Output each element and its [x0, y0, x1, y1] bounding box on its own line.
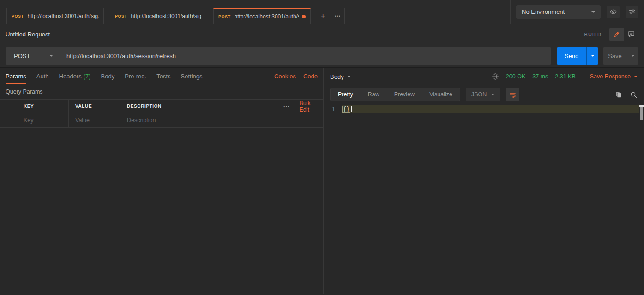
code-link[interactable]: Code	[303, 73, 318, 80]
line-number: 1	[324, 106, 342, 112]
params-menu-dots-icon[interactable]: •••	[283, 104, 290, 109]
tab-tests[interactable]: Tests	[156, 68, 170, 84]
sliders-icon	[628, 8, 636, 16]
request-panel: Params Auth Headers(7) Body Pre-req. Tes…	[0, 68, 324, 294]
response-tools	[614, 91, 638, 99]
environment-quick-look-button[interactable]	[607, 6, 620, 18]
environment-section: No Environment	[510, 0, 644, 24]
response-section-label: Body	[330, 73, 344, 80]
edit-mode-button[interactable]	[609, 28, 624, 41]
save-response-button[interactable]: Save Response	[590, 73, 638, 80]
new-tab-button[interactable]: +	[317, 8, 329, 24]
param-description-input[interactable]	[127, 117, 277, 124]
scrollbar-annotation	[639, 105, 644, 107]
header-bar: POST http://localhost:3001/auth/sig... P…	[0, 0, 644, 24]
view-tab-visualize[interactable]: Visualize	[422, 88, 460, 101]
search-icon	[630, 91, 638, 99]
response-language-selector[interactable]: JSON	[466, 88, 500, 101]
workspace-tabstrip: POST http://localhost:3001/auth/sig... P…	[0, 0, 510, 24]
request-title-row: Untitled Request BUILD	[0, 24, 644, 45]
tab-url-label: http://localhost:3001/auth/sig...	[28, 13, 99, 19]
method-selector[interactable]: POST	[6, 47, 60, 65]
comments-button[interactable]	[624, 28, 638, 41]
query-params-input-row	[0, 113, 323, 128]
tab-body[interactable]: Body	[101, 68, 115, 84]
chevron-down-icon	[591, 55, 595, 57]
scrollbar-thumb[interactable]	[640, 107, 643, 120]
params-header-actions: ••• Bulk Edit	[277, 100, 323, 113]
response-view-tabs: Pretty Raw Preview Visualize	[330, 88, 460, 101]
url-bar: POST	[6, 47, 551, 65]
title-row-actions: BUILD	[584, 28, 638, 41]
response-size: 2.31 KB	[555, 73, 575, 80]
tab-method-label: POST	[115, 14, 127, 18]
response-header: Body 200 OK 37 ms 2.31 KB Save Response	[324, 68, 644, 85]
row-handle-column	[0, 100, 17, 113]
save-options-button[interactable]	[627, 47, 638, 65]
row-handle-cell	[0, 113, 17, 127]
send-options-button[interactable]	[586, 47, 598, 65]
response-meta: 200 OK 37 ms 2.31 KB Save Response	[492, 73, 638, 80]
chevron-down-icon	[347, 76, 351, 77]
tab-method-label: POST	[12, 14, 24, 18]
param-key-input[interactable]	[24, 117, 68, 124]
save-split-button: Save	[603, 47, 638, 65]
url-input[interactable]	[60, 47, 551, 65]
send-split-button: Send	[557, 47, 598, 65]
editor-scrollbar[interactable]	[639, 105, 644, 295]
code-line: 1 {}	[324, 105, 644, 113]
tab-url-label: http://localhost:3001/auth/sig...	[131, 13, 202, 19]
chevron-down-icon	[49, 55, 53, 57]
search-response-button[interactable]	[630, 91, 638, 99]
request-tab-2[interactable]: POST http://localhost:3001/auth/sig...	[110, 8, 207, 24]
main-split: Params Auth Headers(7) Body Pre-req. Tes…	[0, 68, 644, 294]
chevron-down-icon	[631, 55, 635, 57]
copy-icon	[614, 91, 622, 99]
cookies-link[interactable]: Cookies	[274, 73, 296, 80]
response-body-editor[interactable]: 1 {}	[324, 104, 644, 294]
unsaved-indicator-dot	[302, 15, 306, 18]
request-subtabs: Params Auth Headers(7) Body Pre-req. Tes…	[0, 68, 323, 84]
send-button[interactable]: Send	[557, 47, 586, 65]
query-params-header-row: KEY VALUE DESCRIPTION ••• Bulk Edit	[0, 100, 323, 113]
tab-headers[interactable]: Headers(7)	[59, 68, 91, 84]
param-value-input[interactable]	[75, 117, 120, 124]
environment-selector[interactable]: No Environment	[516, 5, 601, 19]
response-panel: Body 200 OK 37 ms 2.31 KB Save Response	[324, 68, 644, 294]
language-selected-label: JSON	[471, 91, 487, 98]
tab-settings[interactable]: Settings	[181, 68, 203, 84]
save-button[interactable]: Save	[603, 47, 627, 65]
environment-settings-button[interactable]	[626, 6, 638, 18]
tab-auth[interactable]: Auth	[36, 68, 49, 84]
wrap-text-icon	[509, 91, 517, 99]
bulk-edit-link[interactable]: Bulk Edit	[299, 100, 318, 113]
tab-url-label: http://localhost:3001/auth/ses...	[235, 13, 299, 20]
view-tab-raw[interactable]: Raw	[361, 88, 387, 101]
column-header-key: KEY	[17, 100, 68, 113]
copy-response-button[interactable]	[614, 91, 622, 99]
view-tab-preview[interactable]: Preview	[387, 88, 422, 101]
tab-method-label: POST	[218, 14, 231, 19]
eye-icon	[609, 8, 617, 16]
chevron-down-icon	[491, 94, 494, 95]
response-section-selector[interactable]: Body	[330, 73, 351, 80]
postman-app: POST http://localhost:3001/auth/sig... P…	[0, 0, 644, 295]
query-params-table: KEY VALUE DESCRIPTION ••• Bulk Edit	[0, 99, 323, 128]
view-tab-pretty[interactable]: Pretty	[331, 88, 361, 101]
chevron-down-icon	[591, 11, 595, 13]
build-mode-label: BUILD	[584, 32, 602, 37]
text-cursor	[351, 106, 352, 112]
tab-pre-request[interactable]: Pre-req.	[125, 68, 146, 84]
chevron-down-icon	[634, 76, 638, 77]
environment-selected-label: No Environment	[522, 8, 565, 15]
status-badge: 200 OK	[506, 73, 525, 80]
network-globe-icon[interactable]	[492, 73, 499, 80]
divider	[583, 73, 583, 80]
tab-params[interactable]: Params	[6, 68, 26, 84]
tabs-menu-button[interactable]: •••	[331, 8, 344, 24]
query-params-title: Query Params	[0, 84, 323, 99]
column-header-value: VALUE	[68, 100, 120, 113]
wrap-lines-button[interactable]	[506, 88, 519, 101]
request-tab-1[interactable]: POST http://localhost:3001/auth/sig...	[6, 8, 104, 24]
request-tab-3-active[interactable]: POST http://localhost:3001/auth/ses...	[213, 8, 311, 24]
